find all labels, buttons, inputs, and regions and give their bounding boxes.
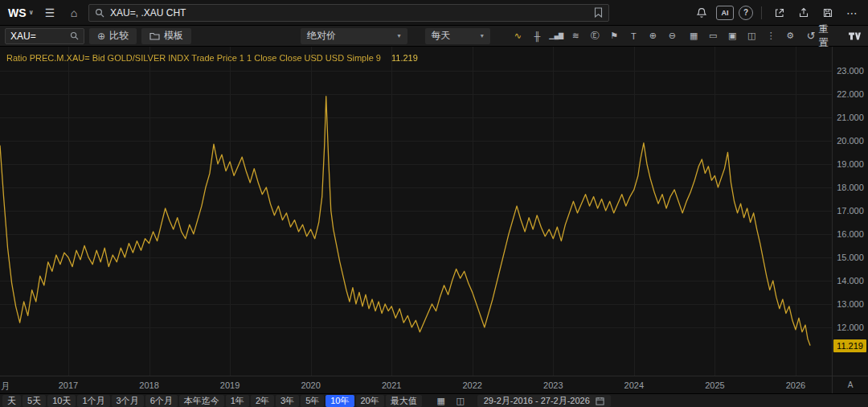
time-tick-2022: 2022 [462,380,481,390]
auto-scale-button[interactable]: A [832,376,868,393]
price-tick: 21.000 [833,113,868,122]
global-search-input[interactable]: XAU=, .XAU CHT [88,4,609,22]
range-button-天[interactable]: 天 [2,395,21,407]
date-range-text: 29-2月-2016 - 27-2月-2026 [484,395,590,407]
time-tick-2023: 2023 [543,380,563,390]
save-icon[interactable] [818,3,837,23]
reset-label: 重置 [819,23,836,50]
time-axis[interactable]: 月201720182019202020212022202320242025202… [0,376,832,393]
range-button-3年[interactable]: 3年 [276,395,299,407]
interval-grid-icon[interactable]: ▦ [434,395,448,407]
range-button-20年[interactable]: 20年 [356,395,384,407]
overflow-menu-icon[interactable]: ⋯ [842,3,862,23]
time-tick-2017: 2017 [59,380,78,390]
symbol-input[interactable]: XAU= [5,28,84,44]
bar-chart-style-icon[interactable]: ▁▄▇ [548,28,565,44]
price-tick: 15.000 [833,253,868,262]
date-range-picker[interactable]: 29-2月-2016 - 27-2月-2026 [477,395,611,407]
range-button-1个月[interactable]: 1个月 [77,395,109,407]
chart-toolbar: XAU= ⊕ 比较 模板 绝对价 ▾ 每天 ▾ ∿╫▁▄▇≋Ⓔ⚑T⊕⊖ ▦▭▣◫… [0,26,868,47]
price-tick: 22.000 [833,89,868,99]
price-tick: 20.000 [833,136,868,146]
chart-legend[interactable]: Ratio PREC.M.XAU= Bid GOLD/SILVER INDX T… [6,53,418,63]
zoom-out-icon[interactable]: ⊖ [664,28,681,44]
price-chart-canvas[interactable] [0,47,832,376]
range-button-5天[interactable]: 5天 [23,395,46,407]
time-tick-2018: 2018 [139,380,158,390]
caret-down-icon: ▾ [398,32,401,39]
price-mode-value: 绝对价 [307,29,336,43]
price-axis[interactable]: 11.219 23.00022.00021.00020.00019.00018.… [832,47,868,376]
chart-views-strip: ▦▭▣◫⋮⚙ [686,28,799,44]
price-tick: 18.000 [833,183,868,192]
reset-button[interactable]: ↺ 重置 [802,23,841,50]
ai-assistant-button[interactable]: AI [716,6,734,20]
bookmark-icon[interactable] [594,7,603,18]
compare-label: 比较 [109,29,129,43]
symbol-value: XAU= [10,31,36,42]
hamburger-menu-icon[interactable]: ☰ [40,3,59,23]
price-mode-dropdown[interactable]: 绝对价 ▾ [301,28,407,44]
range-button-最大值[interactable]: 最大值 [386,395,422,407]
chart-area: Ratio PREC.M.XAU= Bid GOLD/SILVER INDX T… [0,47,868,393]
price-tick: 17.000 [833,206,868,216]
compare-button[interactable]: ⊕ 比较 [89,28,137,44]
caret-down-icon: ▾ [481,32,484,39]
range-button-1年[interactable]: 1年 [226,395,249,407]
range-button-10年[interactable]: 10年 [326,395,354,407]
flag-annotation-icon[interactable]: ⚑ [606,28,623,44]
share-icon[interactable] [794,3,813,23]
interval-value: 每天 [432,29,451,43]
price-tick: 12.000 [833,323,868,332]
template-button[interactable]: 模板 [141,28,191,44]
more-options-icon[interactable]: ⋮ [763,28,780,44]
range-button-6个月[interactable]: 6个月 [145,395,178,407]
line-chart-style-icon[interactable]: ∿ [510,28,526,44]
candlestick-style-icon[interactable]: ╫ [529,28,546,44]
help-label: ? [743,8,748,17]
range-button-10天[interactable]: 10天 [47,395,76,407]
time-tick-2025: 2025 [705,380,724,390]
symbol-search-icon [70,31,79,40]
table-view-icon[interactable]: ▦ [686,28,702,44]
range-button-5年[interactable]: 5年 [301,395,324,407]
range-button-3个月[interactable]: 3个月 [112,395,144,407]
layout-panels-icon[interactable]: ◫ [743,28,760,44]
logo-text: WS [8,6,27,19]
text-tool-icon[interactable]: T [625,28,642,44]
range-button-2年[interactable]: 2年 [251,395,274,407]
home-icon[interactable]: ⌂ [64,3,84,23]
snapshot-icon[interactable]: ▣ [724,28,741,44]
price-tick: 23.000 [833,66,868,76]
range-extra-icons: ▦◫ [434,395,468,407]
range-button-本年迄今[interactable]: 本年迄今 [179,395,224,407]
legend-last-price: 11.219 [391,53,418,63]
legend-text: Ratio PREC.M.XAU= Bid GOLD/SILVER INDX T… [6,53,381,63]
time-tick-2026: 2026 [786,380,805,390]
scale-settings-icon[interactable]: ◫ [453,395,468,407]
tradingview-logo-icon[interactable] [844,27,863,46]
toolbar-right-cluster: ▦▭▣◫⋮⚙ ↺ 重置 [686,23,863,50]
workspace-logo-menu[interactable]: WS ∨ [6,6,35,19]
workspace-app: WS ∨ ☰ ⌂ XAU=, .XAU CHT AI ? [0,0,868,407]
events-icon[interactable]: Ⓔ [587,28,604,44]
range-toolbar: 天5天10天1个月3个月6个月本年迄今1年2年3年5年10年20年最大值 ▦◫ … [0,393,868,407]
time-tick-月: 月 [1,380,10,393]
template-label: 模板 [164,29,183,43]
time-tick-2019: 2019 [220,380,240,390]
zoom-in-icon[interactable]: ⊕ [645,28,661,44]
reset-icon: ↺ [807,30,816,42]
chevron-down-icon: ∨ [29,9,35,16]
wave-overlay-icon[interactable]: ≋ [567,28,584,44]
help-button[interactable]: ? [739,6,753,20]
time-tick-2024: 2024 [624,380,644,390]
comment-icon[interactable]: ▭ [705,28,722,44]
time-tick-2020: 2020 [301,380,320,390]
chart-settings-gear-icon[interactable]: ⚙ [782,28,799,44]
price-tick: 14.000 [833,276,868,286]
ai-label: AI [722,9,729,17]
bell-icon[interactable] [692,3,711,23]
interval-dropdown[interactable]: 每天 ▾ [425,28,490,44]
open-in-new-icon[interactable] [770,3,789,23]
search-value: XAU=, .XAU CHT [110,7,186,18]
